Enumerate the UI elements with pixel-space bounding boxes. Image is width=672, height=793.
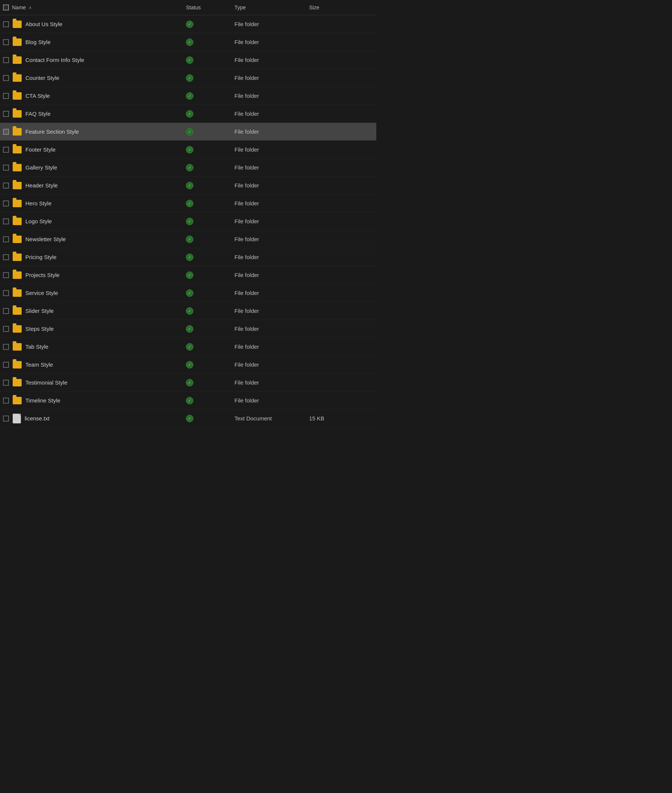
table-row[interactable]: Team Style✓File folder	[0, 356, 376, 374]
size-cell	[306, 56, 351, 64]
name-cell: Hero Style	[0, 196, 183, 211]
size-cell	[306, 236, 351, 243]
status-cell: ✓	[183, 124, 232, 139]
item-name: Steps Style	[26, 326, 54, 332]
table-row[interactable]: Projects Style✓File folder	[0, 266, 376, 284]
status-cell: ✓	[183, 142, 232, 157]
table-row[interactable]: Blog Style✓File folder	[0, 33, 376, 51]
sync-status-icon: ✓	[186, 128, 194, 136]
row-checkbox[interactable]	[3, 308, 9, 314]
row-checkbox[interactable]	[3, 272, 9, 278]
sync-status-icon: ✓	[186, 38, 194, 46]
size-cell	[306, 307, 351, 315]
type-cell: File folder	[232, 107, 306, 121]
status-cell: ✓	[183, 357, 232, 372]
table-row[interactable]: Logo Style✓File folder	[0, 213, 376, 230]
table-row[interactable]: Tab Style✓File folder	[0, 338, 376, 356]
type-cell: File folder	[232, 214, 306, 228]
table-row[interactable]: Header Style✓File folder	[0, 177, 376, 195]
name-cell: Footer Style	[0, 142, 183, 157]
row-checkbox[interactable]	[3, 344, 9, 350]
row-checkbox[interactable]	[3, 21, 9, 27]
file-list: About Us Style✓File folderBlog Style✓Fil…	[0, 15, 376, 427]
item-name: Team Style	[26, 361, 53, 368]
type-cell: Text Document	[232, 411, 306, 425]
name-cell: Logo Style	[0, 214, 183, 229]
type-cell: File folder	[232, 125, 306, 139]
row-checkbox[interactable]	[3, 93, 9, 99]
sync-status-icon: ✓	[186, 110, 194, 118]
row-checkbox[interactable]	[3, 236, 9, 242]
row-checkbox[interactable]	[3, 416, 9, 422]
name-cell: About Us Style	[0, 17, 183, 32]
row-checkbox[interactable]	[3, 182, 9, 189]
table-row[interactable]: Newsletter Style✓File folder	[0, 230, 376, 248]
status-cell: ✓	[183, 214, 232, 229]
row-checkbox[interactable]	[3, 200, 9, 206]
status-cell: ✓	[183, 106, 232, 122]
item-name: Slider Style	[26, 308, 54, 314]
status-cell: ✓	[183, 88, 232, 104]
row-checkbox[interactable]	[3, 290, 9, 296]
row-checkbox[interactable]	[3, 129, 9, 135]
table-row[interactable]: Counter Style✓File folder	[0, 69, 376, 87]
size-cell	[306, 200, 351, 207]
status-cell: ✓	[183, 53, 232, 67]
table-row[interactable]: Feature Section Style✓File folder	[0, 123, 376, 141]
item-name: Contact Form Info Style	[26, 57, 84, 63]
folder-icon	[13, 397, 22, 404]
sync-status-icon: ✓	[186, 325, 194, 333]
item-name: Tab Style	[26, 344, 48, 350]
type-cell: File folder	[232, 340, 306, 353]
table-row[interactable]: Service Style✓File folder	[0, 284, 376, 302]
table-row[interactable]: CTA Style✓File folder	[0, 87, 376, 105]
row-checkbox[interactable]	[3, 165, 9, 171]
table-row[interactable]: FAQ Style✓File folder	[0, 105, 376, 123]
item-name: Footer Style	[26, 146, 56, 153]
table-row[interactable]: Timeline Style✓File folder	[0, 392, 376, 409]
folder-icon	[13, 56, 22, 64]
row-checkbox[interactable]	[3, 326, 9, 332]
status-cell: ✓	[183, 250, 232, 265]
size-cell	[306, 146, 351, 153]
size-cell	[306, 217, 351, 225]
folder-icon	[13, 110, 22, 118]
item-name: Hero Style	[26, 200, 51, 206]
row-checkbox[interactable]	[3, 39, 9, 45]
sync-status-icon: ✓	[186, 74, 194, 82]
row-checkbox[interactable]	[3, 147, 9, 153]
table-row[interactable]: Pricing Style✓File folder	[0, 248, 376, 266]
type-cell: File folder	[232, 89, 306, 103]
row-checkbox[interactable]	[3, 57, 9, 63]
table-row[interactable]: Steps Style✓File folder	[0, 320, 376, 338]
row-checkbox[interactable]	[3, 398, 9, 404]
row-checkbox[interactable]	[3, 111, 9, 117]
table-row[interactable]: Hero Style✓File folder	[0, 195, 376, 213]
folder-icon	[13, 92, 22, 100]
type-cell: File folder	[232, 232, 306, 246]
table-row[interactable]: Slider Style✓File folder	[0, 302, 376, 320]
type-cell: File folder	[232, 304, 306, 318]
folder-icon	[13, 74, 22, 82]
table-row[interactable]: About Us Style✓File folder	[0, 15, 376, 33]
select-all-checkbox[interactable]	[3, 5, 9, 10]
type-cell: File folder	[232, 286, 306, 300]
row-checkbox[interactable]	[3, 254, 9, 260]
type-cell: File folder	[232, 322, 306, 336]
size-cell	[306, 38, 351, 46]
row-checkbox[interactable]	[3, 218, 9, 224]
row-checkbox[interactable]	[3, 380, 9, 386]
sync-status-icon: ✓	[186, 361, 194, 368]
item-name: Newsletter Style	[26, 236, 66, 242]
name-cell: Steps Style	[0, 321, 183, 336]
table-row[interactable]: Contact Form Info Style✓File folder	[0, 51, 376, 69]
sync-status-icon: ✓	[186, 397, 194, 404]
table-row[interactable]: Gallery Style✓File folder	[0, 159, 376, 177]
table-row[interactable]: license.txt✓Text Document15 KB	[0, 409, 376, 427]
row-checkbox[interactable]	[3, 362, 9, 368]
table-row[interactable]: Testimonial Style✓File folder	[0, 374, 376, 392]
type-cell: File folder	[232, 250, 306, 264]
header-type-label: Type	[234, 5, 246, 10]
table-row[interactable]: Footer Style✓File folder	[0, 141, 376, 159]
row-checkbox[interactable]	[3, 75, 9, 81]
